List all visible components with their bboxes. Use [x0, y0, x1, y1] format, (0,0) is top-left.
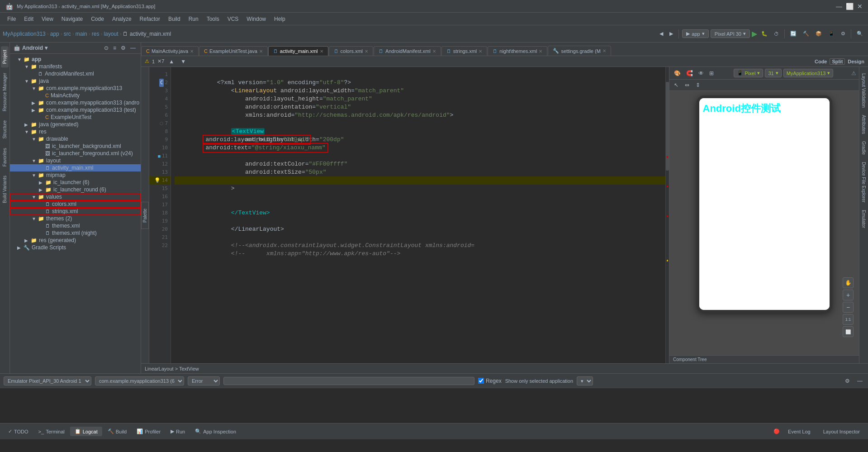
- tab-project[interactable]: Project: [1, 46, 9, 67]
- logcat-settings-btn[interactable]: ⚙: [843, 377, 852, 385]
- tab-activity-main[interactable]: 🗒 activity_main.xml ✕: [268, 46, 328, 56]
- tree-item-layout[interactable]: ▼ 📁 layout: [10, 157, 141, 164]
- tree-item-gradle[interactable]: ▶ 🔧 Gradle Scripts: [10, 244, 141, 251]
- profile-btn[interactable]: ⏱: [772, 30, 781, 38]
- cursor-btn[interactable]: ↖: [672, 81, 680, 89]
- menu-edit[interactable]: Edit: [20, 15, 37, 23]
- pixel-config[interactable]: Pixel API 30 ▾: [711, 29, 750, 38]
- logcat-device-select[interactable]: Emulator Pixel_API_30 Android 1: [4, 376, 91, 385]
- logcat-search-input[interactable]: [223, 377, 474, 385]
- menu-view[interactable]: View: [38, 15, 57, 23]
- show-only-select[interactable]: ▾: [577, 376, 593, 385]
- menu-refactor[interactable]: Refactor: [136, 15, 164, 23]
- tree-item-drawable[interactable]: ▼ 📁 drawable: [10, 135, 141, 143]
- tree-item-mainactivity[interactable]: ▶ C MainActivity: [10, 92, 141, 99]
- breadcrumb-file[interactable]: 🗒 activity_main.xml: [123, 31, 171, 37]
- tree-item-package-android[interactable]: ▶ 📁 com.example.myapplication313 (andro: [10, 99, 141, 106]
- tree-item-exampletest[interactable]: ▶ C ExampleUnitTest: [10, 114, 141, 121]
- menu-vcs[interactable]: VCS: [224, 15, 242, 23]
- logcat-close-btn[interactable]: —: [855, 377, 864, 385]
- component-tree-tab[interactable]: Component Tree: [669, 355, 859, 363]
- run-button[interactable]: ▶: [752, 29, 757, 38]
- tree-item-java[interactable]: ▼ 📁 java: [10, 77, 141, 85]
- design-label[interactable]: Design: [848, 59, 864, 64]
- palette-btn[interactable]: 🎨: [672, 69, 683, 77]
- prev-error-btn[interactable]: ▲: [167, 57, 176, 66]
- regex-checkbox-label[interactable]: Regex: [478, 378, 502, 384]
- tab-profiler[interactable]: 📊 Profiler: [132, 427, 165, 436]
- tab-settings-gradle[interactable]: 🔧 settings.gradle (M ✕: [548, 46, 611, 56]
- menu-file[interactable]: File: [4, 15, 19, 23]
- regex-checkbox[interactable]: [478, 378, 484, 384]
- menu-run[interactable]: Run: [185, 15, 202, 23]
- api-selector[interactable]: 31 ▾: [765, 69, 781, 77]
- code-label[interactable]: Code: [815, 59, 827, 64]
- tab-run[interactable]: ▶ Run: [166, 427, 190, 436]
- panel-minimize-btn[interactable]: —: [129, 44, 137, 52]
- tab-strings[interactable]: 🗒 strings.xml ✕: [441, 46, 488, 56]
- tab-app-inspection[interactable]: 🔍 App Inspection: [190, 427, 241, 436]
- tree-item-mipmap[interactable]: ▼ 📁 mipmap: [10, 171, 141, 179]
- tab-colors[interactable]: 🗒 colors.xml ✕: [329, 46, 374, 56]
- hand-tool[interactable]: ✋: [843, 277, 854, 288]
- tab-night-themes[interactable]: 🗒 night\themes.xml ✕: [488, 46, 547, 56]
- breadcrumb-res[interactable]: res: [92, 31, 100, 37]
- pan-up-btn[interactable]: ⇕: [694, 81, 702, 89]
- tree-item-java-generated[interactable]: ▶ 📁 java (generated): [10, 121, 141, 128]
- next-error-btn[interactable]: ▼: [179, 57, 188, 66]
- breadcrumb-app[interactable]: MyApplication313: [3, 31, 46, 37]
- tab-terminal[interactable]: >_ Terminal: [34, 427, 69, 436]
- tab-structure[interactable]: Structure: [1, 117, 9, 143]
- tree-item-activity-main[interactable]: ▶ 🗒 activity_main.xml: [10, 164, 141, 171]
- split-label[interactable]: Split: [830, 58, 845, 65]
- tab-build-variants[interactable]: Build Variants: [1, 172, 9, 207]
- tree-item-themes[interactable]: ▼ 📁 themes (2): [10, 215, 141, 222]
- breadcrumb-app2[interactable]: app: [50, 31, 59, 37]
- panel-scope-btn[interactable]: ⊙: [103, 44, 110, 52]
- device-selector[interactable]: 📱 Pixel ▾: [734, 69, 764, 77]
- tree-item-res-generated[interactable]: ▶ 📁 res (generated): [10, 237, 141, 244]
- tree-item-themes-night[interactable]: ▶ 🗒 themes.xml (night): [10, 229, 141, 237]
- zoom-fit-btn[interactable]: ⊞: [707, 69, 716, 77]
- tab-build[interactable]: 🔨 Build: [103, 427, 131, 436]
- menu-tools[interactable]: Tools: [203, 15, 223, 23]
- tree-item-strings-xml[interactable]: ▶ 🗒 strings.xml: [10, 208, 141, 215]
- tree-item-ic-bg[interactable]: ▶ 🖼 ic_launcher_background.xml: [10, 143, 141, 150]
- tab-exampletest[interactable]: C ExampleUnitTest.java ✕: [199, 46, 268, 56]
- panel-collapse-btn[interactable]: ≡: [112, 44, 118, 52]
- event-log-btn[interactable]: Event Log: [783, 427, 815, 436]
- breadcrumb-layout[interactable]: layout: [104, 31, 118, 37]
- back-btn[interactable]: ◀: [657, 30, 665, 38]
- menu-build[interactable]: Build: [165, 15, 184, 23]
- tree-item-ic-fg[interactable]: ▶ 🖼 ic_launcher_foreground.xml (v24): [10, 150, 141, 157]
- menu-window[interactable]: Window: [243, 15, 270, 23]
- zoom-in-btn[interactable]: +: [843, 290, 854, 300]
- layout-inspector-btn[interactable]: Layout Inspector: [819, 427, 864, 436]
- tree-item-res[interactable]: ▼ 📁 res: [10, 128, 141, 135]
- logcat-content[interactable]: [0, 388, 868, 423]
- eye-btn[interactable]: 👁: [697, 69, 706, 77]
- forward-btn[interactable]: ▶: [667, 30, 675, 38]
- tree-item-package-test[interactable]: ▶ 📁 com.example.myapplication313 (test): [10, 106, 141, 114]
- breadcrumb-main[interactable]: main: [76, 31, 87, 37]
- magnet-btn[interactable]: 🧲: [684, 69, 695, 77]
- tab-layout-validation[interactable]: Layout Validation: [860, 71, 867, 110]
- app-selector[interactable]: MyApplication313 ▾: [783, 69, 834, 77]
- logcat-level-select[interactable]: Error Verbose Debug Info Warning: [188, 376, 220, 385]
- settings-btn[interactable]: ⚙: [839, 30, 848, 38]
- tree-item-colors-xml[interactable]: ▶ 🗒 colors.xml: [10, 200, 141, 208]
- build-btn[interactable]: 🔨: [801, 30, 811, 38]
- search-everywhere-btn[interactable]: 🔍: [854, 30, 865, 38]
- tab-logcat[interactable]: 📋 Logcat: [70, 427, 102, 436]
- tree-item-values[interactable]: ▼ 📁 values: [10, 193, 141, 200]
- tree-item-themes-xml[interactable]: ▶ 🗒 themes.xml: [10, 222, 141, 229]
- tab-gradle[interactable]: Gradle: [860, 138, 867, 157]
- pan-left-btn[interactable]: ⇔: [683, 81, 691, 89]
- tab-mainactivity[interactable]: C MainActivity.java ✕: [141, 46, 199, 56]
- tree-item-package[interactable]: ▼ 📁 com.example.myapplication313: [10, 85, 141, 92]
- tab-todo[interactable]: ✓ TODO: [4, 427, 33, 436]
- tab-favorites[interactable]: Favorites: [1, 144, 9, 170]
- maximize-button[interactable]: ⬜: [846, 3, 854, 10]
- avd-manager-btn[interactable]: 📱: [826, 30, 837, 38]
- menu-code[interactable]: Code: [87, 15, 108, 23]
